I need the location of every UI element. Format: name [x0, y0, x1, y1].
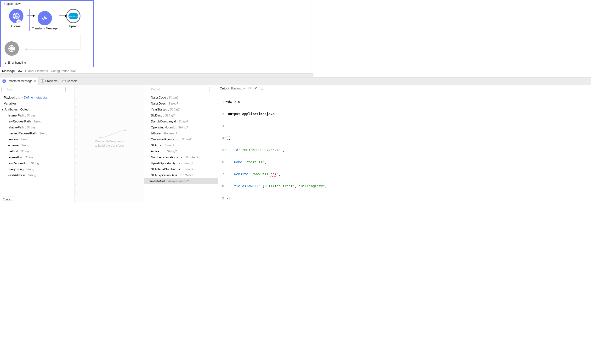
output-field-row[interactable]: DandbCompanyId : String?	[146, 118, 216, 124]
output-field-row[interactable]: SLA__c : String?	[146, 142, 216, 148]
output-field-row[interactable]: IsBuyer : Boolean?	[146, 130, 216, 136]
output-field-row[interactable]: Active__c : String?	[146, 148, 216, 154]
output-field-row[interactable]: SLAExpirationDate__c : Date?	[146, 172, 216, 178]
output-label: Output	[220, 87, 229, 90]
output-field-highlighted[interactable]: fieldsToNull : Array<String>?	[144, 178, 218, 184]
output-field-row[interactable]: SicDesc : String?	[146, 112, 216, 118]
flow-canvas-area: upsert-flow ⇄ Listener Transform Message	[0, 0, 311, 73]
output-field-row[interactable]: SLASerialNumber__c : String?	[146, 166, 216, 172]
tab-global-elements[interactable]: Global Elements	[25, 69, 48, 73]
node-listener-label: Listener	[11, 25, 21, 28]
response-node[interactable]	[5, 41, 19, 56]
code-header: Output Payload ▾	[220, 86, 589, 92]
close-icon[interactable]: ✕	[34, 80, 36, 83]
globe-response-icon	[5, 41, 19, 56]
svg-rect-4	[42, 82, 44, 82]
output-field-row[interactable]: NumberofLocations__c : Number?	[146, 154, 216, 160]
map-placeholder: Drag-and-Drop fields to build the transf…	[94, 139, 124, 148]
node-transform-label: Transform Message	[32, 27, 57, 30]
edit-icon[interactable]	[254, 86, 258, 91]
input-search[interactable]	[1, 87, 66, 92]
flow-container[interactable]: upsert-flow ⇄ Listener Transform Message	[0, 0, 94, 67]
svg-rect-6	[63, 80, 66, 81]
code-editor[interactable]: 1⊖%dw 2.0 2 output application/java 3 --…	[220, 92, 589, 202]
input-attr-row[interactable]: version : String	[1, 136, 73, 142]
delete-icon[interactable]	[260, 86, 264, 91]
input-attr-row[interactable]: listenerPath : String	[1, 112, 73, 118]
input-attr-row[interactable]: localAddress : String	[1, 172, 73, 178]
node-transform[interactable]: Transform Message	[29, 9, 60, 31]
panel-tab-problems[interactable]: Problems	[39, 78, 60, 85]
panel-tab-transform-message[interactable]: Transform Message ✕	[0, 78, 39, 85]
output-column: 🔍 NaicsCode : String?NaicsDesc : String?…	[144, 85, 218, 202]
attributes-row[interactable]: Attributes : Object	[1, 106, 73, 112]
globe-listener-icon: ⇄	[9, 9, 23, 23]
add-target-icon[interactable]	[247, 86, 252, 91]
panel-tab-label: Problems	[45, 79, 57, 83]
salesforce-icon: salesforce	[66, 9, 81, 23]
flow-title[interactable]: upsert-flow	[3, 2, 91, 6]
canvas-tabs: Message Flow Global Elements Configurati…	[0, 67, 311, 73]
input-attr-row[interactable]: scheme : String	[1, 142, 73, 148]
input-attr-row[interactable]: queryString : String	[1, 166, 73, 172]
input-attr-row[interactable]: rawRequestPath : String	[1, 118, 73, 124]
bottom-panel: 🔍 Payload : Any Define metadata Variable…	[0, 85, 591, 202]
panel-tabs-row: Transform Message ✕ Problems Console	[0, 77, 591, 85]
svg-point-7	[99, 137, 101, 138]
output-field-row[interactable]: UpsellOpportunity__c : String?	[146, 160, 216, 166]
console-icon	[62, 79, 66, 83]
exchange-badge-icon: ⇄	[16, 19, 21, 24]
tab-message-flow[interactable]: Message Flow	[2, 69, 22, 73]
svg-point-3	[42, 80, 43, 81]
input-attr-row[interactable]: method : String	[1, 148, 73, 154]
input-attr-row[interactable]: rawRequestUri : String	[1, 160, 73, 166]
variables-row[interactable]: Variables	[1, 100, 73, 106]
output-field-row[interactable]: NaicsCode : String?	[146, 94, 216, 100]
panel-tab-label: Console	[67, 79, 77, 83]
panel-tab-console[interactable]: Console	[60, 78, 80, 85]
node-listener[interactable]: ⇄ Listener	[3, 9, 29, 28]
return-arrow-icon	[25, 48, 27, 51]
panel-tab-label: Transform Message	[7, 79, 32, 83]
nodes-row: ⇄ Listener Transform Message salesforce …	[3, 6, 91, 31]
define-metadata-link[interactable]: Define metadata	[24, 96, 47, 99]
mapping-column[interactable]: Drag-and-Drop fields to build the transf…	[75, 85, 144, 202]
output-field-row[interactable]: YearStarted : String?	[146, 106, 216, 112]
return-connector	[25, 49, 80, 50]
input-column: 🔍 Payload : Any Define metadata Variable…	[0, 85, 75, 202]
transform-icon	[38, 11, 52, 25]
output-field-row[interactable]: OperatingHoursId : String?	[146, 124, 216, 130]
map-curve-hint	[99, 129, 128, 139]
context-tab[interactable]: Context	[0, 197, 15, 202]
fx-indicator: fx	[75, 197, 142, 201]
error-handling-section[interactable]: Error handling	[2, 59, 28, 66]
transform-icon	[2, 79, 6, 83]
payload-dropdown[interactable]: Payload ▾	[231, 87, 245, 90]
input-attr-row[interactable]: maskedRequestPath : String	[1, 130, 73, 136]
tab-config-xml[interactable]: Configuration XML	[51, 69, 77, 73]
node-upsert[interactable]: salesforce Upsert	[60, 9, 87, 28]
problems-icon	[41, 79, 44, 83]
payload-row[interactable]: Payload : Any Define metadata	[1, 94, 73, 100]
dashed-connector	[29, 29, 29, 50]
code-column: Output Payload ▾ 1⊖%dw 2.0 2 output appl…	[218, 85, 591, 202]
output-search[interactable]	[146, 87, 210, 92]
input-attr-row[interactable]: requestUri : String	[1, 154, 73, 160]
output-field-row[interactable]: NaicsDesc : String?	[146, 100, 216, 106]
node-upsert-label: Upsert	[69, 25, 77, 28]
return-connector-v	[80, 34, 81, 50]
output-field-row[interactable]: CustomerPriority__c : String?	[146, 136, 216, 142]
separator	[0, 73, 314, 77]
map-left-handles	[75, 87, 77, 200]
input-attr-row[interactable]: relativePath : String	[1, 124, 73, 130]
